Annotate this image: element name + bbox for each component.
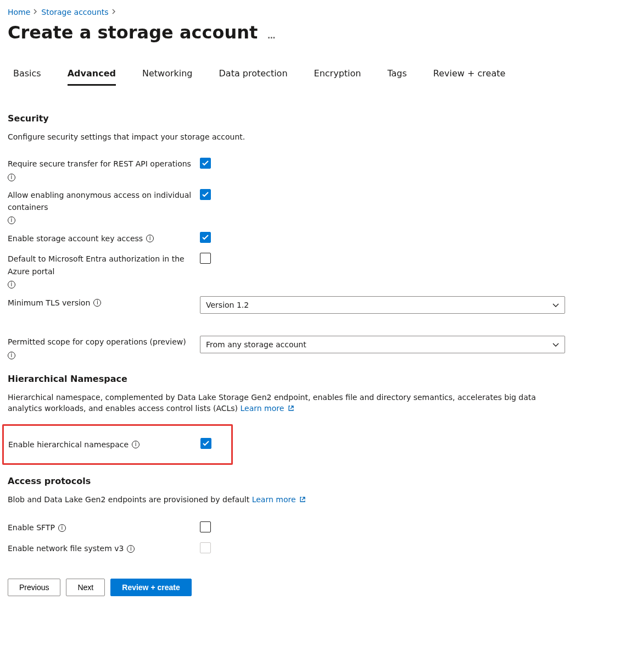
require-secure-transfer-checkbox[interactable]: [200, 158, 211, 169]
require-secure-transfer-label: Require secure transfer for REST API ope…: [8, 158, 200, 181]
min-tls-value: Version 1.2: [206, 301, 249, 309]
info-icon[interactable]: i: [8, 216, 15, 224]
copy-scope-label: Permitted scope for copy operations (pre…: [8, 336, 200, 359]
info-icon[interactable]: i: [8, 174, 15, 181]
external-link-icon: [288, 403, 294, 414]
security-title: Security: [8, 113, 623, 124]
more-button[interactable]: …: [267, 31, 276, 40]
wizard-footer: Previous Next Review + create: [8, 571, 623, 596]
hns-learn-more-link[interactable]: Learn more: [241, 404, 294, 413]
access-protocols-title: Access protocols: [8, 476, 623, 486]
breadcrumb-storage-accounts[interactable]: Storage accounts: [41, 8, 108, 16]
access-protocols-desc-wrapper: Blob and Data Lake Gen2 endpoints are pr…: [8, 494, 568, 506]
tab-advanced[interactable]: Advanced: [68, 66, 116, 86]
info-icon[interactable]: i: [8, 352, 15, 359]
access-protocols-learn-more-link[interactable]: Learn more: [252, 495, 306, 504]
copy-scope-value: From any storage account: [206, 340, 306, 349]
external-link-icon: [299, 495, 306, 506]
enable-key-access-label: Enable storage account key access i: [8, 232, 200, 245]
access-protocols-desc: Blob and Data Lake Gen2 endpoints are pr…: [8, 495, 249, 504]
info-icon[interactable]: i: [8, 281, 15, 288]
enable-sftp-label: Enable SFTP i: [8, 521, 200, 535]
tab-data-protection[interactable]: Data protection: [219, 66, 288, 86]
info-icon[interactable]: i: [58, 524, 66, 532]
chevron-down-icon: [552, 301, 559, 309]
chevron-right-icon: [33, 8, 38, 16]
chevron-right-icon: [112, 8, 116, 16]
entra-auth-checkbox[interactable]: [200, 253, 211, 264]
breadcrumb: Home Storage accounts: [8, 8, 623, 16]
chevron-down-icon: [552, 340, 559, 349]
previous-button[interactable]: Previous: [8, 579, 60, 596]
tab-review[interactable]: Review + create: [433, 66, 505, 86]
page-title: Create a storage account: [8, 22, 258, 43]
allow-anon-access-checkbox[interactable]: [200, 189, 211, 200]
enable-nfs-label: Enable network file system v3 i: [8, 542, 200, 556]
min-tls-label: Minimum TLS version i: [8, 296, 200, 309]
info-icon[interactable]: i: [132, 441, 139, 448]
info-icon[interactable]: i: [127, 545, 135, 553]
enable-hns-label: Enable hierarchical namespace i: [8, 438, 200, 451]
tab-strip: Basics Advanced Networking Data protecti…: [8, 66, 623, 86]
tab-tags[interactable]: Tags: [387, 66, 406, 86]
entra-auth-label: Default to Microsoft Entra authorization…: [8, 253, 200, 288]
enable-key-access-checkbox[interactable]: [200, 232, 211, 243]
security-desc: Configure security settings that impact …: [8, 131, 568, 142]
enable-sftp-checkbox[interactable]: [200, 521, 211, 532]
hns-desc-wrapper: Hierarchical namespace, complemented by …: [8, 392, 568, 415]
tab-encryption[interactable]: Encryption: [314, 66, 361, 86]
min-tls-select[interactable]: Version 1.2: [200, 296, 565, 314]
enable-nfs-checkbox: [200, 542, 211, 553]
hns-title: Hierarchical Namespace: [8, 374, 623, 384]
tab-basics[interactable]: Basics: [13, 66, 41, 86]
copy-scope-select[interactable]: From any storage account: [200, 336, 565, 353]
info-icon[interactable]: i: [146, 235, 154, 242]
hns-highlight-box: Enable hierarchical namespace i: [2, 424, 233, 465]
tab-networking[interactable]: Networking: [142, 66, 193, 86]
review-create-button[interactable]: Review + create: [110, 579, 191, 596]
info-icon[interactable]: i: [93, 299, 101, 307]
next-button[interactable]: Next: [66, 579, 105, 596]
enable-hns-checkbox[interactable]: [200, 438, 211, 449]
breadcrumb-home[interactable]: Home: [8, 8, 30, 16]
allow-anon-access-label: Allow enabling anonymous access on indiv…: [8, 189, 200, 225]
